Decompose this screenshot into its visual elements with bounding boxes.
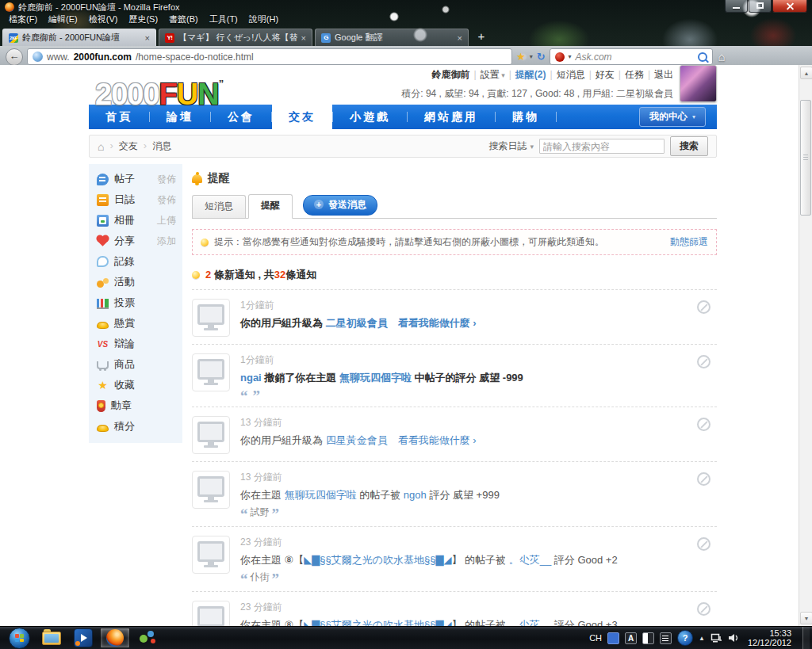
- notification-link[interactable]: 看看我能做什麼 ›: [398, 317, 477, 329]
- sidebar-item-goods[interactable]: 商品: [89, 354, 182, 375]
- sidebar-item-label[interactable]: 投票: [114, 296, 135, 310]
- main-nav-item[interactable]: 購物: [496, 105, 556, 129]
- block-notification-icon[interactable]: [697, 602, 710, 616]
- show-desktop-button[interactable]: [802, 627, 810, 649]
- sidebar-item-label[interactable]: 記錄: [114, 254, 135, 269]
- search-input[interactable]: [539, 139, 665, 154]
- scrollbar-up-icon[interactable]: ▲: [800, 67, 812, 79]
- notification-link[interactable]: 無聊玩四個字啦: [285, 489, 357, 501]
- messages-link[interactable]: 短消息: [557, 69, 585, 80]
- main-nav-item[interactable]: 交友: [272, 105, 332, 129]
- settings-link[interactable]: 設置: [481, 69, 500, 80]
- notification-link[interactable]: ◣▇§§艾爾之光の吹水基地§§▇◢: [304, 619, 451, 626]
- bookmark-star-icon[interactable]: ★: [516, 51, 526, 63]
- content-tab[interactable]: 短消息: [192, 195, 246, 218]
- sidebar-item-label[interactable]: 勳章: [111, 399, 132, 413]
- browser-tab[interactable]: GGoogle 翻譯×: [315, 29, 469, 46]
- breadcrumb-item[interactable]: 交友: [119, 140, 138, 151]
- sidebar-item-activity[interactable]: 活動: [89, 272, 182, 292]
- sidebar-item-label[interactable]: 相冊: [114, 213, 135, 227]
- home-icon[interactable]: ⌂: [718, 50, 726, 63]
- close-button[interactable]: [772, 0, 807, 13]
- scrollbar-thumb[interactable]: [800, 100, 811, 216]
- sidebar-item-favorites[interactable]: ★收藏: [89, 375, 182, 395]
- notification-link[interactable]: ngoh: [404, 489, 427, 501]
- ime-fullwidth-icon[interactable]: [642, 632, 654, 644]
- taskbar-firefox-button[interactable]: [100, 628, 130, 648]
- block-notification-icon[interactable]: [697, 537, 710, 551]
- friends-link[interactable]: 好友: [596, 69, 615, 80]
- main-nav-item[interactable]: 小遊戲: [333, 105, 407, 129]
- sidebar-item-records[interactable]: 記錄: [89, 251, 182, 272]
- sidebar-item-credits[interactable]: 積分: [89, 416, 182, 437]
- notification-link[interactable]: 無聊玩四個字啦: [339, 372, 412, 384]
- ask-engine-icon[interactable]: [555, 52, 565, 62]
- block-notification-icon[interactable]: [697, 355, 710, 368]
- taskbar-media-player-button[interactable]: [68, 628, 98, 648]
- menubar-item[interactable]: 工具(T): [204, 13, 243, 25]
- taskbar-explorer-button[interactable]: [36, 628, 67, 648]
- menubar-item[interactable]: 說明(H): [243, 13, 284, 25]
- address-bar[interactable]: www.2000fun.com/home-space-do-notice.htm…: [27, 48, 512, 65]
- search-button[interactable]: 搜索: [670, 136, 708, 156]
- sidebar-item-label[interactable]: 辯論: [114, 337, 135, 351]
- search-icon[interactable]: [698, 52, 707, 62]
- username-link[interactable]: 鈴鹿御前: [432, 69, 470, 80]
- block-notification-icon[interactable]: [697, 472, 710, 486]
- search-scope-caret-icon[interactable]: ▾: [530, 143, 534, 151]
- maximize-button[interactable]: [749, 0, 772, 13]
- send-message-button[interactable]: + 發送消息: [303, 195, 377, 216]
- sidebar-item-label[interactable]: 收藏: [114, 378, 135, 392]
- sidebar-action-link[interactable]: 發佈: [157, 173, 176, 186]
- sidebar-item-reward[interactable]: 懸賞: [89, 313, 182, 334]
- page-scrollbar[interactable]: ▲ ▼: [799, 65, 812, 626]
- sidebar-item-label[interactable]: 懸賞: [114, 316, 135, 330]
- tray-expand-icon[interactable]: ▲: [699, 635, 705, 642]
- engine-dropdown-icon[interactable]: ▾: [569, 53, 572, 60]
- sidebar-item-label[interactable]: 積分: [114, 419, 135, 433]
- tab-close-icon[interactable]: ×: [458, 33, 462, 43]
- taskbar-clock[interactable]: 15:33 12/12/2012: [748, 628, 791, 647]
- site-logo[interactable]: 2000FUN”: [95, 67, 224, 112]
- sidebar-item-label[interactable]: 帖子: [114, 172, 135, 186]
- scrollbar-down-icon[interactable]: ▼: [800, 612, 812, 624]
- notification-link[interactable]: ngai: [240, 372, 262, 384]
- search-scope-label[interactable]: 搜索日誌: [488, 139, 527, 153]
- back-button[interactable]: ←: [6, 48, 23, 66]
- menubar-item[interactable]: 歷史(S): [123, 13, 163, 25]
- breadcrumb-item[interactable]: 消息: [152, 140, 171, 151]
- ime-keyboard-icon[interactable]: [607, 632, 619, 644]
- ime-toolbar-icon[interactable]: [660, 632, 672, 644]
- logout-link[interactable]: 退出: [654, 69, 673, 80]
- sidebar-item-posts[interactable]: 帖子發佈: [89, 169, 182, 189]
- language-indicator[interactable]: CH: [589, 633, 602, 643]
- main-nav-item[interactable]: 網站應用: [408, 105, 495, 129]
- sidebar-action-link[interactable]: 上傳: [157, 214, 176, 227]
- menubar-item[interactable]: 檢視(V): [83, 13, 124, 25]
- tasks-link[interactable]: 任務: [625, 69, 644, 80]
- sidebar-item-label[interactable]: 分享: [114, 234, 135, 248]
- new-tab-button[interactable]: +: [473, 28, 490, 44]
- ime-mode-icon[interactable]: A: [625, 632, 637, 644]
- breadcrumb-home-icon[interactable]: ⌂: [98, 140, 104, 153]
- start-button[interactable]: [9, 628, 30, 649]
- sidebar-item-label[interactable]: 商品: [114, 357, 135, 372]
- reload-icon[interactable]: ↻: [537, 51, 546, 63]
- taskbar-messenger-button[interactable]: [132, 628, 162, 648]
- notification-link[interactable]: 二星初級會員: [326, 317, 388, 329]
- sidebar-item-blog[interactable]: 日誌發佈: [89, 189, 182, 210]
- sidebar-item-poll[interactable]: 投票: [89, 292, 182, 313]
- sidebar-item-debate[interactable]: VS辯論: [89, 334, 182, 354]
- notice-link[interactable]: 提醒(2): [515, 69, 546, 80]
- tab-close-icon[interactable]: ×: [301, 33, 306, 43]
- browser-tab[interactable]: Y!【マギ】 行くぜっ!八人将【替...×: [159, 29, 312, 46]
- help-icon[interactable]: ?: [677, 630, 693, 646]
- sidebar-action-link[interactable]: 添加: [157, 235, 176, 248]
- my-center-button[interactable]: 我的中心▾: [639, 107, 706, 127]
- menubar-item[interactable]: 書籤(B): [163, 13, 204, 25]
- notification-link[interactable]: 。尐苂__: [509, 619, 551, 626]
- notification-link[interactable]: ◣▇§§艾爾之光の吹水基地§§▇◢: [304, 554, 451, 566]
- block-notification-icon[interactable]: [697, 418, 710, 431]
- notification-link[interactable]: 看看我能做什麼 ›: [398, 434, 477, 446]
- network-icon[interactable]: [710, 633, 722, 643]
